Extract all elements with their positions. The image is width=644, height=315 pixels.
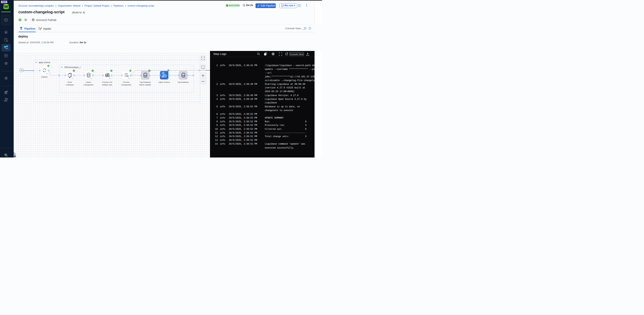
svg-text:apply schema: apply schema bbox=[38, 61, 50, 63]
svg-text:?: ? bbox=[5, 154, 6, 156]
svg-text:DBSchemaApply_1: DBSchemaApply_1 bbox=[64, 66, 80, 68]
